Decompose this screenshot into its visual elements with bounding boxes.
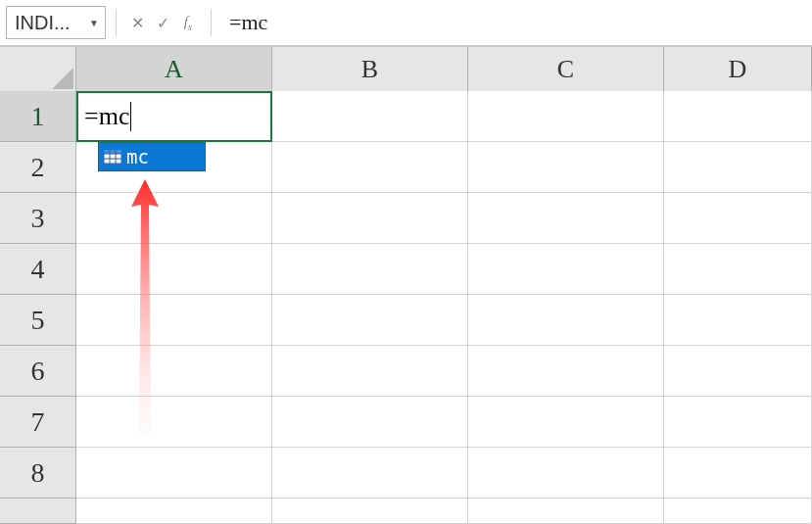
separator — [116, 9, 117, 36]
cell-a7[interactable] — [76, 397, 272, 448]
formula-bar: INDI... ▼ ✕ ✓ fx — [0, 0, 812, 47]
cell-c7[interactable] — [468, 397, 664, 448]
column-headers: A B C D — [0, 47, 812, 91]
active-cell-a1[interactable]: =mc — [76, 91, 272, 142]
fx-icon: fx — [184, 14, 193, 32]
cell-b6[interactable] — [272, 346, 468, 397]
cell-c9[interactable] — [468, 499, 664, 524]
cell-d9[interactable] — [664, 499, 812, 524]
row: 5 — [0, 295, 812, 346]
cell-d1[interactable] — [664, 91, 812, 142]
cell-c2[interactable] — [468, 142, 664, 193]
row-header-7[interactable]: 7 — [0, 397, 76, 448]
cell-a8[interactable] — [76, 448, 272, 499]
row-header-9[interactable] — [0, 499, 76, 524]
column-header-a[interactable]: A — [76, 47, 272, 91]
cell-b3[interactable] — [272, 193, 468, 244]
name-box[interactable]: INDI... ▼ — [6, 6, 106, 39]
cell-d4[interactable] — [664, 244, 812, 295]
named-range-icon — [104, 149, 121, 165]
enter-button[interactable]: ✓ — [150, 10, 175, 35]
cell-b8[interactable] — [272, 448, 468, 499]
cell-c8[interactable] — [468, 448, 664, 499]
row-header-6[interactable]: 6 — [0, 346, 76, 397]
text-cursor — [130, 102, 131, 131]
cell-c6[interactable] — [468, 346, 664, 397]
cell-d7[interactable] — [664, 397, 812, 448]
formula-autocomplete[interactable]: mc — [98, 142, 206, 171]
cell-b9[interactable] — [272, 499, 468, 524]
select-all-corner[interactable] — [0, 47, 76, 91]
cell-d6[interactable] — [664, 346, 812, 397]
select-all-triangle-icon — [52, 68, 73, 89]
cell-a3[interactable] — [76, 193, 272, 244]
cell-c1[interactable] — [468, 91, 664, 142]
active-cell-content: =mc — [84, 102, 129, 131]
cell-a5[interactable] — [76, 295, 272, 346]
column-header-c[interactable]: C — [468, 47, 664, 91]
formula-input[interactable] — [219, 6, 812, 39]
name-box-text: INDI... — [15, 12, 71, 34]
row: 4 — [0, 244, 812, 295]
cell-a6[interactable] — [76, 346, 272, 397]
chevron-down-icon: ▼ — [89, 18, 99, 28]
cell-d3[interactable] — [664, 193, 812, 244]
row-header-1[interactable]: 1 — [0, 91, 76, 142]
row-header-5[interactable]: 5 — [0, 295, 76, 346]
cell-b4[interactable] — [272, 244, 468, 295]
row: 3 — [0, 193, 812, 244]
row — [0, 499, 812, 524]
row: 7 — [0, 397, 812, 448]
cell-d2[interactable] — [664, 142, 812, 193]
insert-function-button[interactable]: fx — [175, 10, 201, 35]
spreadsheet-grid: A B C D 1 2 3 4 — [0, 47, 812, 524]
separator — [211, 9, 212, 36]
row: 6 — [0, 346, 812, 397]
cell-b5[interactable] — [272, 295, 468, 346]
x-icon: ✕ — [131, 14, 144, 32]
cell-a4[interactable] — [76, 244, 272, 295]
cell-d5[interactable] — [664, 295, 812, 346]
svg-marker-0 — [52, 68, 73, 89]
row: 8 — [0, 448, 812, 499]
cell-b7[interactable] — [272, 397, 468, 448]
row-header-2[interactable]: 2 — [0, 142, 76, 193]
row-header-4[interactable]: 4 — [0, 244, 76, 295]
check-icon: ✓ — [157, 14, 169, 32]
row-header-8[interactable]: 8 — [0, 448, 76, 499]
cancel-button[interactable]: ✕ — [124, 10, 150, 35]
column-header-b[interactable]: B — [272, 47, 468, 91]
cell-d8[interactable] — [664, 448, 812, 499]
column-header-d[interactable]: D — [664, 47, 812, 91]
autocomplete-item-label: mc — [126, 146, 149, 167]
row-header-3[interactable]: 3 — [0, 193, 76, 244]
cell-b1[interactable] — [272, 91, 468, 142]
svg-rect-2 — [104, 150, 121, 154]
cell-b2[interactable] — [272, 142, 468, 193]
cell-c4[interactable] — [468, 244, 664, 295]
cell-a9[interactable] — [76, 499, 272, 524]
cell-c3[interactable] — [468, 193, 664, 244]
cell-c5[interactable] — [468, 295, 664, 346]
